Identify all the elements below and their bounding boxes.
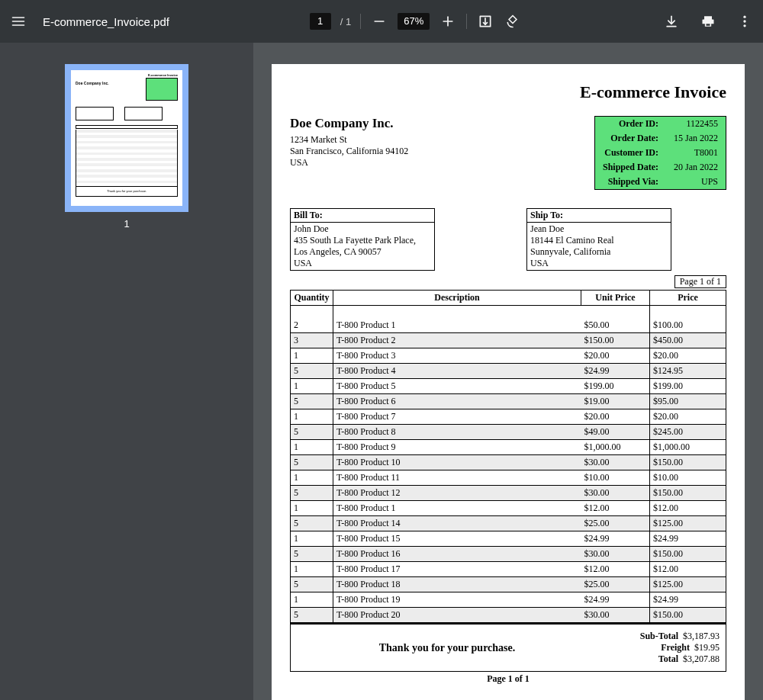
table-row: 1T-800 Product 1$12.00$12.00 [291,501,726,516]
col-unit: Unit Price [581,291,650,306]
cell-qty: 5 [291,577,333,592]
table-row: 1T-800 Product 9$1,000.00$1,000.00 [291,440,726,455]
cell-unit: $49.00 [581,425,650,440]
order-id-label: Order ID: [595,117,666,131]
customer-id-label: Customer ID: [595,146,666,160]
print-button[interactable] [699,12,717,31]
cell-qty: 5 [291,608,333,623]
cell-desc: T-800 Product 14 [333,516,581,531]
page-current-input[interactable]: 1 [310,13,331,30]
table-row: 5T-800 Product 8$49.00$245.00 [291,425,726,440]
ship-line4: USA [530,258,668,269]
cell-unit: $150.00 [581,333,650,348]
cell-price: $124.95 [650,364,726,379]
company-block: Doe Company Inc. 1234 Market St San Fran… [290,116,408,190]
page-total: 1 [346,16,351,27]
cell-qty: 1 [291,501,333,516]
cell-unit: $24.99 [581,592,650,608]
cell-price: $20.00 [650,348,726,364]
cell-price: $150.00 [650,608,726,623]
cell-desc: T-800 Product 7 [333,409,581,425]
cell-unit: $24.99 [581,364,650,379]
cell-desc: T-800 Product 10 [333,455,581,470]
cell-unit: $30.00 [581,486,650,501]
fit-page-button[interactable] [476,12,494,31]
shipped-via-label: Shipped Via: [595,175,666,189]
freight-value: $19.95 [694,642,720,653]
invoice-footer: Thank you for your purchase. Sub-Total$3… [290,623,726,672]
cell-unit: $12.00 [581,501,650,516]
cell-price: $10.00 [650,470,726,486]
cell-desc: T-800 Product 20 [333,608,581,623]
page-scroll-area[interactable]: E-commerce Invoice Doe Company Inc. 1234… [253,43,763,700]
table-row: 1T-800 Product 19$24.99$24.99 [291,592,726,608]
cell-desc: T-800 Product 1 [333,306,581,333]
cell-unit: $19.00 [581,394,650,409]
cell-price: $95.00 [650,394,726,409]
customer-id: T8001 [666,146,726,160]
bill-to-box: Bill To: John Doe 435 South La Fayette P… [290,208,435,271]
menu-icon[interactable] [9,12,27,31]
ship-line2: 18144 El Camino Real [530,235,668,246]
cell-desc: T-800 Product 1 [333,501,581,516]
bill-line3: Los Angeles, CA 90057 [294,246,431,258]
bill-line4: USA [294,258,431,269]
table-row: 5T-800 Product 6$19.00$95.00 [291,394,726,409]
zoom-out-button[interactable] [370,12,388,31]
more-menu-button[interactable] [736,12,754,31]
total-value: $3,207.88 [683,653,720,665]
cell-desc: T-800 Product 2 [333,333,581,348]
cell-price: $12.00 [650,501,726,516]
shipped-date: 20 Jan 2022 [666,160,726,175]
order-id: 1122455 [666,117,726,131]
subtotal-label: Sub-Total [604,631,683,642]
col-desc: Description [333,291,581,306]
cell-desc: T-800 Product 15 [333,531,581,547]
shipped-date-label: Shipped Date: [595,160,666,175]
cell-unit: $25.00 [581,577,650,592]
cell-price: $1,000.00 [650,440,726,455]
rotate-button[interactable] [504,12,522,31]
company-name: Doe Company Inc. [290,116,408,131]
download-button[interactable] [662,12,681,31]
table-row: 5T-800 Product 12$30.00$150.00 [291,486,726,501]
cell-qty: 1 [291,348,333,364]
page-label-top: Page 1 of 1 [674,275,726,288]
cell-unit: $25.00 [581,516,650,531]
cell-unit: $12.00 [581,562,650,577]
cell-desc: T-800 Product 17 [333,562,581,577]
cell-price: $125.00 [650,516,726,531]
cell-price: $12.00 [650,562,726,577]
cell-qty: 1 [291,440,333,455]
cell-price: $24.99 [650,531,726,547]
cell-price: $125.00 [650,577,726,592]
zoom-in-button[interactable] [439,12,457,31]
cell-qty: 1 [291,470,333,486]
cell-qty: 3 [291,333,333,348]
bill-line2: 435 South La Fayette Park Place, [294,235,431,246]
ship-line3: Sunnyvale, California [530,246,668,258]
zoom-level[interactable]: 67% [398,13,430,30]
cell-qty: 5 [291,516,333,531]
cell-price: $20.00 [650,409,726,425]
table-row: 1T-800 Product 5$199.00$199.00 [291,379,726,394]
table-row: 5T-800 Product 4$24.99$124.95 [291,364,726,379]
company-line3: USA [290,157,408,169]
thumbnail-1[interactable]: E-commerce Invoice Doe Company Inc. Than… [65,64,188,212]
cell-unit: $199.00 [581,379,650,394]
cell-unit: $50.00 [581,306,650,333]
thumb-billto [76,107,114,120]
cell-price: $245.00 [650,425,726,440]
cell-unit: $24.99 [581,531,650,547]
table-row: 5T-800 Product 18$25.00$125.00 [291,577,726,592]
thumbnail-page-1: E-commerce Invoice Doe Company Inc. Than… [71,70,182,206]
table-row: 5T-800 Product 10$30.00$150.00 [291,455,726,470]
file-name: E-commerce_Invoice.pdf [43,15,169,28]
cell-desc: T-800 Product 9 [333,440,581,455]
cell-unit: $30.00 [581,608,650,623]
order-date-label: Order Date: [595,131,666,146]
pdf-toolbar: E-commerce_Invoice.pdf 1 / 1 67% [0,0,763,43]
pdf-page-1: E-commerce Invoice Doe Company Inc. 1234… [272,64,745,700]
cell-qty: 1 [291,379,333,394]
ship-to-box: Ship To: Jean Doe 18144 El Camino Real S… [526,208,671,271]
